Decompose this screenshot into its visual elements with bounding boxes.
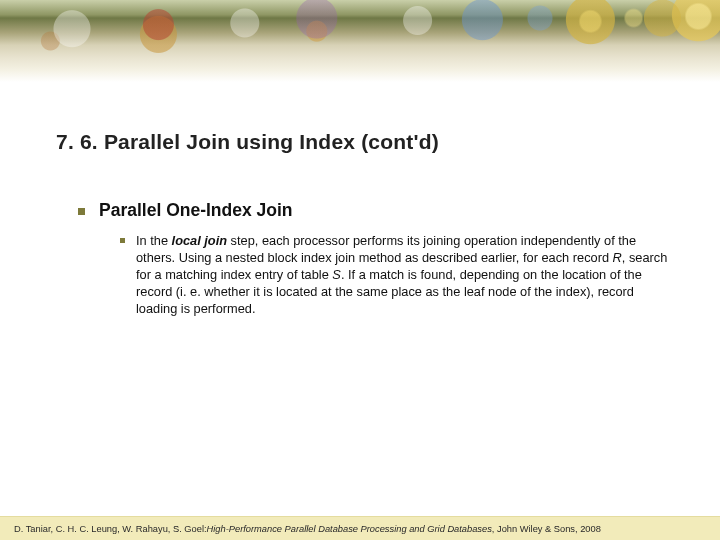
footer-book-title: High-Performance Parallel Database Proce… [207,524,492,534]
square-bullet-icon [78,208,85,215]
bullet-level-1: Parallel One-Index Join [78,200,678,221]
variable-S: S [332,267,341,282]
bullet-level-1-text: Parallel One-Index Join [99,200,293,220]
body-italic-lead: local join [172,233,227,248]
slide-container: 7. 6. Parallel Join using Index (cont'd)… [0,0,720,540]
bullet-level-2-text: In the local join step, each processor p… [136,233,676,317]
square-bullet-small-icon [120,238,125,243]
bullet-level-2: In the local join step, each processor p… [136,233,676,317]
footer-authors: D. Taniar, C. H. C. Leung, W. Rahayu, S.… [14,524,207,534]
variable-R: R [613,250,622,265]
slide-title: 7. 6. Parallel Join using Index (cont'd) [56,130,439,154]
decorative-banner [0,0,720,82]
footer-publisher: , John Wiley & Sons, 2008 [492,524,601,534]
footer-citation: D. Taniar, C. H. C. Leung, W. Rahayu, S.… [0,516,720,540]
body-pre: In the [136,233,172,248]
